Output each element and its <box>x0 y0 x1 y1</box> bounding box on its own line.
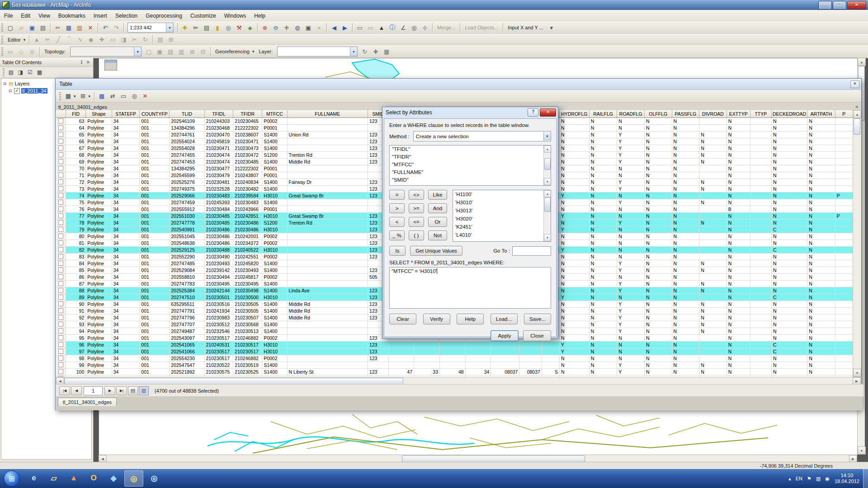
row-selector[interactable] <box>56 274 66 281</box>
is-operator-button[interactable]: Is <box>389 246 406 256</box>
topology-combobox[interactable]: ▼ <box>70 47 142 56</box>
input-xy-label[interactable]: Input X and Y ... <box>505 25 546 30</box>
reshape-feature-icon[interactable]: ▭ <box>108 35 118 44</box>
dropdown-arrow-icon[interactable]: ▾ <box>252 49 256 54</box>
related-tables-icon[interactable]: ⊞ <box>78 91 88 101</box>
explorer-folder-icon[interactable]: ▱ <box>45 470 63 486</box>
scroll-thumb[interactable] <box>544 197 551 212</box>
row-selector[interactable] <box>56 355 66 362</box>
edit-vertices-icon[interactable]: ✚ <box>97 35 107 44</box>
open-folder-icon[interactable]: ▱ <box>16 23 26 33</box>
value-item[interactable]: 'H1100' <box>453 190 544 198</box>
collapse-icon[interactable]: ⊟ <box>2 81 7 86</box>
georeferencing-menu[interactable]: Georeferencing <box>212 49 252 54</box>
combo-dropdown-icon[interactable]: ▼ <box>166 23 173 32</box>
list-by-drawing-order-icon[interactable]: ▤ <box>7 68 15 76</box>
topology-label[interactable]: Topology: <box>42 49 68 54</box>
planarize-lines-icon[interactable]: ◇ <box>16 47 26 56</box>
row-selector[interactable] <box>56 186 66 192</box>
row-selector[interactable] <box>56 294 66 301</box>
shared-features-icon[interactable]: ⊞ <box>187 47 197 56</box>
operator-button[interactable]: Not <box>428 230 447 240</box>
show-desktop-button[interactable] <box>863 469 868 488</box>
validate-topology-icon[interactable]: ▣ <box>155 47 165 56</box>
toolbox-icon[interactable]: ⚒ <box>234 23 244 33</box>
measure-icon[interactable]: ∠ <box>398 23 408 33</box>
column-header[interactable]: TTYP <box>750 110 771 118</box>
row-selector[interactable] <box>56 314 66 321</box>
row-selector[interactable] <box>56 226 66 233</box>
row-selector[interactable] <box>56 165 66 172</box>
menu-view[interactable]: View <box>34 11 54 21</box>
sketch-tool-icon[interactable]: ✏ <box>42 35 52 44</box>
operator-button[interactable]: = <box>389 190 405 200</box>
column-header[interactable] <box>56 110 66 118</box>
menu-file[interactable]: File <box>0 11 17 21</box>
new-document-icon[interactable]: ▢ <box>5 23 15 33</box>
scroll-down-icon[interactable]: ▼ <box>853 369 861 377</box>
column-header[interactable]: COUNTYFP <box>140 110 170 118</box>
row-selector[interactable] <box>56 369 66 375</box>
row-selector[interactable] <box>56 301 66 308</box>
field-item[interactable]: "FULLNAME" <box>390 169 544 176</box>
go-to-xy-icon[interactable]: ⊹ <box>420 23 430 33</box>
model-builder-icon[interactable]: ◈ <box>245 23 255 33</box>
clear-button[interactable]: Clear <box>389 314 416 324</box>
close-table-icon[interactable]: ✕ <box>855 105 859 109</box>
where-clause-textarea[interactable]: "MTFCC" = 'H3010' <box>389 267 551 309</box>
scroll-thumb[interactable] <box>402 455 585 462</box>
action-center-icon[interactable]: ⚑ <box>807 476 811 482</box>
load-objects-label[interactable]: Load Objects... <box>462 25 501 30</box>
operator-button[interactable]: Or <box>428 217 447 227</box>
attributes-icon[interactable]: ▤ <box>155 35 165 44</box>
toolbar-grip[interactable] <box>1 47 3 56</box>
split-tool-icon[interactable]: ✂ <box>129 35 139 44</box>
table-of-contents-icon[interactable]: ▤ <box>202 23 212 33</box>
operator-button[interactable]: <> <box>409 190 424 200</box>
row-selector[interactable] <box>56 220 66 226</box>
dropdown-arrow-icon[interactable]: ▾ <box>89 94 93 99</box>
print-icon[interactable]: ▤ <box>38 23 48 33</box>
table-row[interactable]: 100Polyline34001202521892210230575210230… <box>56 369 853 375</box>
rotate-raster-icon[interactable]: ↻ <box>360 47 370 56</box>
scroll-down-icon[interactable]: ▼ <box>544 234 551 241</box>
row-selector[interactable] <box>56 281 66 287</box>
table-window-titlebar[interactable]: Table ✕ <box>56 79 861 90</box>
table-options-icon[interactable]: ▦ <box>63 91 73 101</box>
editor-toolbar-icon[interactable]: ✏ <box>191 23 201 33</box>
row-selector[interactable] <box>56 321 66 328</box>
zoom-out-icon[interactable]: ⊖ <box>271 23 281 33</box>
zoom-in-icon[interactable]: ⊕ <box>260 23 270 33</box>
merge-label[interactable]: Merge... <box>434 25 458 30</box>
delete-selected-icon[interactable]: ✕ <box>140 91 150 101</box>
undo-icon[interactable]: ↶ <box>100 23 110 33</box>
last-record-button[interactable]: ▶| <box>116 386 127 395</box>
add-data-icon[interactable]: ✚ <box>180 23 190 33</box>
operator-button[interactable]: _ % <box>389 230 405 240</box>
close-dialog-button[interactable]: Close <box>523 330 551 341</box>
row-selector[interactable] <box>56 199 66 206</box>
fixed-zoom-out-icon[interactable]: ▫ <box>314 23 324 33</box>
construct-features-icon[interactable]: ⊙ <box>27 47 37 56</box>
show-all-records-button[interactable]: ▤ <box>128 386 138 395</box>
scroll-down-icon[interactable]: ▼ <box>544 178 551 185</box>
search-icon[interactable]: ◎ <box>223 23 233 33</box>
menu-edit[interactable]: Edit <box>17 11 34 21</box>
scroll-up-icon[interactable]: ▲ <box>858 58 866 66</box>
cut-polygons-icon[interactable]: ◨ <box>118 35 128 44</box>
menu-bookmarks[interactable]: Bookmarks <box>54 11 90 21</box>
operator-button[interactable]: >= <box>409 203 424 213</box>
row-selector[interactable] <box>56 145 66 152</box>
close-icon[interactable]: ✕ <box>85 60 91 65</box>
help-icon[interactable]: ? <box>528 108 538 117</box>
column-header[interactable]: RAILFLG <box>589 110 617 118</box>
identify-icon[interactable]: ⓘ <box>387 23 397 33</box>
back-extent-icon[interactable]: ◀ <box>329 23 339 33</box>
value-item[interactable]: 'L4010' <box>453 231 544 239</box>
find-icon[interactable]: ◎ <box>409 23 419 33</box>
dropdown-arrow-icon[interactable]: ▾ <box>74 94 78 99</box>
column-header[interactable]: FULLNAME <box>287 110 368 118</box>
arcmap-taskbar-icon[interactable]: ◎ <box>124 470 143 487</box>
clock[interactable]: 14:10 18.04.2012 <box>835 473 859 484</box>
select-features-icon[interactable]: ▭ <box>355 23 365 33</box>
